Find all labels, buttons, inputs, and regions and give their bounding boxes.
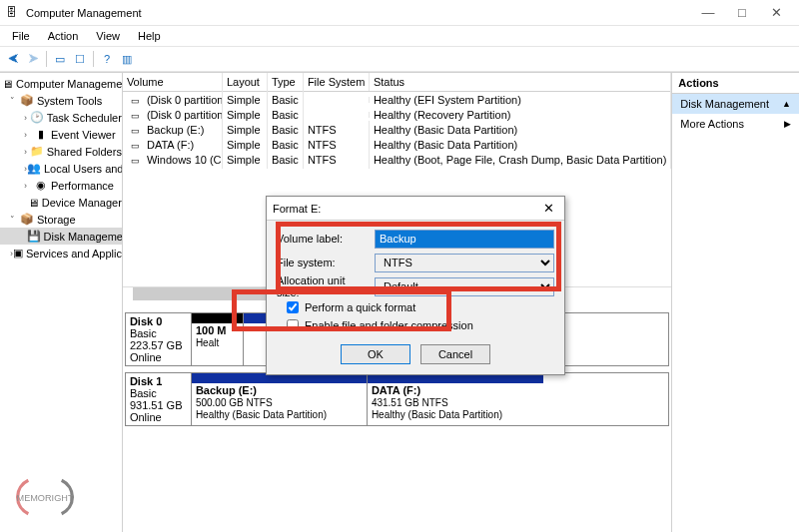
tree-root-label: Computer Management (Local [16, 78, 123, 90]
tree-storage[interactable]: ˅Storage [0, 211, 122, 228]
ok-button[interactable]: OK [341, 344, 410, 364]
actions-header: Actions [672, 73, 799, 94]
forward-button[interactable]: ⮞ [24, 50, 42, 68]
view-icon[interactable]: ▥ [118, 50, 136, 68]
caret-right-icon: ▶ [784, 119, 791, 129]
menu-file[interactable]: File [4, 28, 38, 44]
tree-event-viewer[interactable]: ›Event Viewer [0, 126, 122, 143]
label: Performance [51, 180, 114, 192]
volume-header: Volume Layout Type File System Status [123, 73, 671, 92]
partition[interactable]: 100 MHealt [192, 313, 244, 365]
tree-performance[interactable]: ›Performance [0, 177, 122, 194]
event-icon [34, 128, 48, 141]
menu-action[interactable]: Action [40, 28, 87, 44]
filesystem-select[interactable]: NTFS [375, 254, 554, 272]
compression-checkbox[interactable] [287, 319, 299, 331]
quick-format-checkbox[interactable] [287, 301, 299, 313]
svg-text:MEMORIGHT: MEMORIGHT [17, 493, 74, 503]
computer-icon [2, 78, 13, 90]
label: Disk Management [680, 98, 769, 110]
label: Local Users and Groups [44, 163, 123, 175]
gauge-icon [34, 179, 48, 192]
chevron-down-icon[interactable]: ˅ [10, 215, 20, 225]
properties-button[interactable]: ▭ [51, 50, 69, 68]
label: Services and Applications [26, 248, 123, 260]
col-volume[interactable]: Volume [123, 73, 223, 91]
volume-row[interactable]: ▭ Windows 10 (C:)SimpleBasicNTFSHealthy … [123, 152, 671, 167]
label: Shared Folders [47, 146, 122, 158]
partition[interactable]: DATA (F:)431.51 GB NTFSHealthy (Basic Da… [368, 373, 543, 425]
label: System Tools [37, 95, 102, 107]
folder-icon [30, 145, 44, 158]
window-title: Computer Management [26, 7, 691, 19]
tree-root[interactable]: Computer Management (Local [0, 75, 122, 92]
nav-tree[interactable]: Computer Management (Local ˅ System Tool… [0, 73, 123, 532]
clock-icon [30, 111, 44, 124]
disk-row[interactable]: Disk 1Basic931.51 GBOnlineBackup (E:)500… [125, 372, 669, 426]
tree-device-manager[interactable]: Device Manager [0, 194, 122, 211]
allocation-unit-select[interactable]: Default [375, 277, 554, 296]
back-button[interactable]: ⮜ [4, 50, 22, 68]
tree-task-scheduler[interactable]: ›Task Scheduler [0, 109, 122, 126]
toolbar: ⮜ ⮞ ▭ ☐ ? ▥ [0, 46, 799, 72]
users-icon [27, 162, 41, 175]
col-filesystem[interactable]: File System [304, 73, 370, 91]
partition[interactable]: Backup (E:)500.00 GB NTFSHealthy (Basic … [192, 373, 368, 425]
maximize-button[interactable]: □ [725, 2, 759, 24]
label: Device Manager [42, 197, 122, 209]
services-icon [13, 247, 23, 260]
col-type[interactable]: Type [268, 73, 304, 91]
caret-up-icon: ▲ [782, 99, 791, 109]
label: More Actions [680, 118, 744, 130]
app-icon [6, 6, 20, 20]
label: Task Scheduler [47, 112, 122, 124]
actions-disk-management[interactable]: Disk Management ▲ [672, 94, 799, 114]
label: Disk Management [44, 231, 123, 243]
menu-help[interactable]: Help [130, 28, 169, 44]
actions-more[interactable]: More Actions ▶ [672, 114, 799, 134]
menubar: File Action View Help [0, 26, 799, 46]
tree-disk-management[interactable]: Disk Management [0, 228, 122, 245]
tools-icon [20, 94, 34, 107]
volume-label-label: Volume label: [277, 233, 369, 245]
tree-shared-folders[interactable]: ›Shared Folders [0, 143, 122, 160]
tree-local-users[interactable]: ›Local Users and Groups [0, 160, 122, 177]
format-dialog: Format E: ✕ Volume label: File system: N… [266, 196, 565, 375]
tree-system-tools[interactable]: ˅ System Tools [0, 92, 122, 109]
label: Storage [37, 214, 76, 226]
quick-format-label: Perform a quick format [305, 301, 415, 313]
storage-icon [20, 213, 34, 226]
col-status[interactable]: Status [370, 73, 671, 91]
compression-label: Enable file and folder compression [305, 319, 473, 331]
label: Event Viewer [51, 129, 116, 141]
minimize-button[interactable]: — [691, 2, 725, 24]
disk-icon [27, 230, 41, 243]
chevron-down-icon[interactable]: ˅ [10, 96, 20, 106]
filesystem-label: File system: [277, 257, 369, 268]
titlebar: Computer Management — □ ✕ [0, 0, 799, 26]
volume-label-input[interactable] [375, 230, 554, 249]
chevron-right-icon[interactable]: › [24, 181, 34, 191]
refresh-icon[interactable]: ☐ [71, 50, 89, 68]
col-layout[interactable]: Layout [223, 73, 268, 91]
dialog-title: Format E: [273, 203, 538, 215]
tree-services-apps[interactable]: ›Services and Applications [0, 245, 122, 262]
menu-view[interactable]: View [88, 28, 128, 44]
separator [93, 51, 94, 67]
help-icon[interactable]: ? [98, 50, 116, 68]
chevron-right-icon[interactable]: › [24, 130, 34, 140]
separator [46, 51, 47, 67]
close-button[interactable]: ✕ [759, 2, 793, 24]
actions-pane: Actions Disk Management ▲ More Actions ▶ [672, 73, 799, 532]
allocation-unit-label: Allocation unit size: [277, 274, 369, 298]
cancel-button[interactable]: Cancel [420, 344, 490, 364]
device-icon [28, 197, 39, 209]
watermark: MEMORIGHT [10, 472, 80, 522]
dialog-close-button[interactable]: ✕ [538, 201, 558, 216]
